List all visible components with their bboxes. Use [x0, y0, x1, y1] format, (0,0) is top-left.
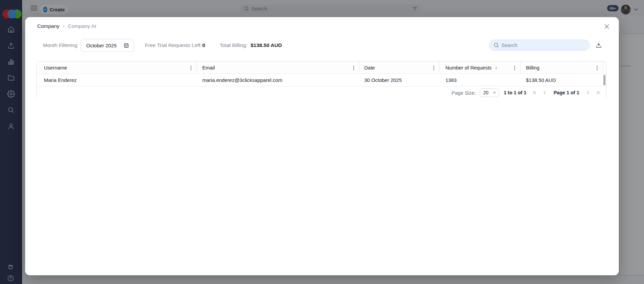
- month-filter-label: Month Filtering: [43, 42, 77, 48]
- usage-table: Username ⋮ Email ⋮ Date ⋮ Number of Requ…: [36, 61, 606, 99]
- table-pagination: Page Size: 20 1 to 1 of 1 Page 1 of 1: [37, 86, 606, 99]
- column-header-email[interactable]: Email ⋮: [197, 61, 360, 74]
- cell-billing: $138.50 AUD: [521, 74, 603, 86]
- company-ai-modal: Company › Company AI Month Filtering Oct…: [25, 17, 619, 275]
- last-page-icon[interactable]: [595, 90, 601, 96]
- screen: + Create 99+: [0, 0, 644, 284]
- page-size-label: Page Size:: [451, 90, 476, 96]
- column-menu-icon[interactable]: ⋮: [512, 65, 520, 70]
- column-header-billing[interactable]: Billing ⋮: [521, 61, 603, 74]
- breadcrumb-separator-icon: ›: [63, 23, 64, 29]
- column-menu-icon[interactable]: ⋮: [595, 65, 603, 70]
- table-row[interactable]: Maria Enderez maria.enderez@3clicksappar…: [37, 74, 606, 86]
- total-billing-value: $138.50 AUD: [251, 42, 282, 48]
- column-menu-icon[interactable]: ⋮: [431, 65, 439, 70]
- prev-page-icon[interactable]: [542, 90, 548, 96]
- table-search-input[interactable]: [501, 42, 585, 48]
- cell-username: Maria Enderez: [37, 74, 197, 86]
- free-trial-value: 0: [202, 42, 205, 48]
- breadcrumb-company[interactable]: Company: [37, 23, 59, 29]
- cell-email: maria.enderez@3clicksapparel.com: [197, 74, 360, 86]
- page-indicator: Page 1 of 1: [553, 90, 579, 95]
- column-header-username[interactable]: Username ⋮: [37, 61, 197, 74]
- sort-desc-icon[interactable]: ↓: [495, 65, 497, 70]
- free-trial-label: Free Trial Requests Left:: [145, 42, 202, 48]
- breadcrumb-company-ai: Company AI: [68, 23, 96, 29]
- column-header-date[interactable]: Date ⋮: [360, 61, 440, 74]
- month-filter-value: October 2025: [86, 43, 123, 48]
- table-scrollbar[interactable]: [603, 75, 605, 85]
- column-header-number-of-requests[interactable]: Number of Requests ↓ ⋮: [440, 61, 521, 74]
- chevron-down-icon: [492, 91, 496, 95]
- calendar-icon: [123, 42, 129, 49]
- close-icon[interactable]: [603, 22, 611, 31]
- column-menu-icon[interactable]: ⋮: [189, 65, 197, 70]
- next-page-icon[interactable]: [585, 90, 591, 96]
- page-size-select[interactable]: 20: [480, 88, 499, 97]
- breadcrumb: Company › Company AI: [37, 23, 96, 29]
- search-icon: [493, 42, 499, 48]
- table-header-row: Username ⋮ Email ⋮ Date ⋮ Number of Requ…: [37, 61, 606, 74]
- download-icon[interactable]: [594, 41, 603, 49]
- table-search: [489, 40, 590, 51]
- column-menu-icon[interactable]: ⋮: [351, 65, 359, 70]
- total-billing-label: Total Billing:: [220, 42, 248, 48]
- month-filter-select[interactable]: October 2025: [80, 39, 134, 52]
- first-page-icon[interactable]: [532, 90, 538, 96]
- cell-date: 30 October 2025: [360, 74, 440, 86]
- cell-requests: 1383: [440, 74, 521, 86]
- row-range-label: 1 to 1 of 1: [504, 90, 527, 95]
